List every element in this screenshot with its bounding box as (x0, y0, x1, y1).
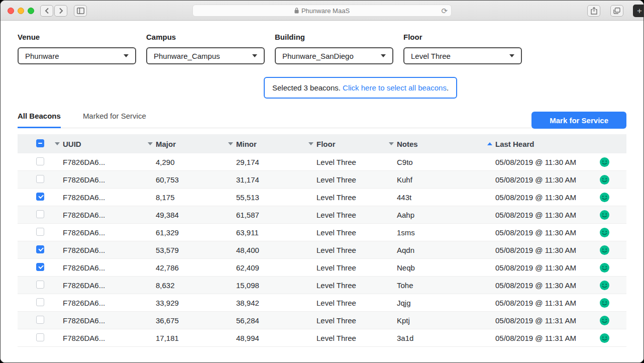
cell-last-heard: 05/08/2019 @ 11:30 AM (483, 246, 596, 254)
row-checkbox[interactable] (36, 333, 44, 341)
row-checkbox[interactable] (36, 263, 44, 271)
row-checkbox[interactable] (36, 281, 44, 289)
row-checkbox-cell (18, 157, 51, 167)
column-header-uuid[interactable]: UUID (51, 140, 144, 148)
cell-status (596, 333, 626, 343)
table-row: F7826DA6... 17,181 48,994 Level Three 3a… (18, 329, 626, 347)
healthy-smiley-icon (600, 175, 609, 185)
cell-floor: Level Three (304, 158, 385, 166)
row-checkbox-cell (18, 316, 51, 325)
venue-value: Phunware (25, 52, 59, 60)
row-checkbox[interactable] (36, 175, 44, 183)
tabs-icon (613, 8, 620, 14)
floor-select[interactable]: Level Three (403, 47, 522, 64)
share-button[interactable] (587, 5, 600, 17)
cell-last-heard: 05/08/2019 @ 11:30 AM (483, 281, 596, 290)
cell-minor: 61,587 (224, 211, 304, 219)
sidebar-toggle-button[interactable] (74, 5, 87, 17)
cell-major: 53,579 (144, 246, 224, 254)
beacon-table-body: F7826DA6... 4,290 29,174 Level Three C9t… (18, 153, 626, 347)
toolbar-row: Mark for Service All Beacons Marked for … (18, 112, 626, 128)
table-row: F7826DA6... 36,675 56,284 Level Three Kp… (18, 312, 626, 329)
cell-uuid: F7826DA6... (51, 246, 144, 254)
row-checkbox[interactable] (36, 193, 44, 201)
header-checkbox-cell (18, 139, 51, 149)
beacon-table: UUID Major Minor Floor Notes (18, 134, 626, 347)
sort-down-icon[interactable] (55, 142, 60, 145)
healthy-smiley-icon (600, 210, 609, 220)
healthy-smiley-icon (600, 245, 609, 255)
column-header-minor[interactable]: Minor (224, 140, 304, 148)
zoom-button[interactable] (28, 8, 34, 14)
cell-last-heard: 05/08/2019 @ 11:31 AM (483, 334, 596, 342)
minimize-button[interactable] (18, 8, 24, 14)
cell-minor: 55,513 (224, 193, 304, 202)
row-checkbox[interactable] (36, 298, 44, 306)
column-header-last-heard[interactable]: Last Heard (483, 140, 596, 148)
venue-select[interactable]: Phunware (18, 47, 136, 64)
table-row: F7826DA6... 33,929 38,942 Level Three Jq… (18, 294, 626, 312)
forward-button[interactable] (54, 5, 67, 17)
cell-uuid: F7826DA6... (51, 263, 144, 272)
column-header-floor[interactable]: Floor (304, 140, 385, 148)
cell-uuid: F7826DA6... (51, 281, 144, 290)
sort-down-icon[interactable] (389, 142, 394, 145)
plus-button[interactable]: + (633, 5, 644, 17)
campus-select[interactable]: Phunware_Campus (146, 47, 265, 64)
cell-notes: 443t (385, 193, 483, 202)
row-checkbox[interactable] (36, 157, 44, 165)
floor-value: Level Three (411, 52, 451, 60)
sidebar-icon (77, 8, 84, 14)
cell-notes: Aqdn (385, 246, 483, 254)
tab-all-beacons[interactable]: All Beacons (18, 112, 61, 128)
cell-status (596, 157, 626, 167)
sort-down-icon[interactable] (308, 142, 313, 145)
cell-major: 60,753 (144, 175, 224, 184)
cell-uuid: F7826DA6... (51, 193, 144, 202)
tab-overview-button[interactable] (610, 5, 623, 17)
page-title: Phunware MaaS (301, 7, 350, 15)
cell-minor: 48,400 (224, 246, 304, 254)
close-button[interactable] (8, 8, 14, 14)
building-filter: Building Phunware_SanDiego (275, 33, 393, 64)
cell-major: 8,632 (144, 281, 224, 290)
chevron-left-icon (45, 8, 49, 14)
select-all-checkbox[interactable] (36, 139, 44, 147)
cell-minor: 63,911 (224, 228, 304, 237)
cell-notes: Kptj (385, 316, 483, 325)
refresh-icon[interactable]: ⟳ (441, 7, 448, 16)
cell-last-heard: 05/08/2019 @ 11:31 AM (483, 316, 596, 325)
column-header-notes[interactable]: Notes (385, 140, 483, 148)
cell-notes: 1sms (385, 228, 483, 237)
column-header-major[interactable]: Major (144, 140, 224, 148)
sort-down-icon[interactable] (228, 142, 233, 145)
cell-status (596, 263, 626, 273)
healthy-smiley-icon (600, 228, 609, 237)
sort-up-icon[interactable] (487, 142, 492, 145)
cell-status (596, 245, 626, 255)
cell-major: 17,181 (144, 334, 224, 342)
row-checkbox[interactable] (36, 245, 44, 253)
healthy-smiley-icon (600, 263, 609, 273)
row-checkbox[interactable] (36, 316, 44, 324)
row-checkbox[interactable] (36, 228, 44, 236)
tab-marked-for-service[interactable]: Marked for Service (83, 112, 146, 128)
cell-major: 61,329 (144, 228, 224, 237)
browser-window: Phunware MaaS ⟳ + Venue Phunware (0, 0, 644, 363)
lock-icon (294, 8, 299, 14)
back-button[interactable] (40, 5, 53, 17)
address-bar[interactable]: Phunware MaaS ⟳ (192, 5, 452, 17)
cell-notes: C9to (385, 158, 483, 166)
healthy-smiley-icon (600, 316, 609, 325)
mark-for-service-button[interactable]: Mark for Service (531, 112, 626, 129)
row-checkbox[interactable] (36, 210, 44, 218)
cell-last-heard: 05/08/2019 @ 11:31 AM (483, 299, 596, 307)
row-checkbox-cell (18, 281, 51, 290)
sort-down-icon[interactable] (148, 142, 153, 145)
healthy-smiley-icon (600, 157, 609, 167)
building-select[interactable]: Phunware_SanDiego (275, 47, 393, 64)
cell-status (596, 228, 626, 237)
cell-floor: Level Three (304, 193, 385, 202)
cell-minor: 31,174 (224, 175, 304, 184)
select-all-link[interactable]: Click here to select all beacons (343, 83, 447, 92)
